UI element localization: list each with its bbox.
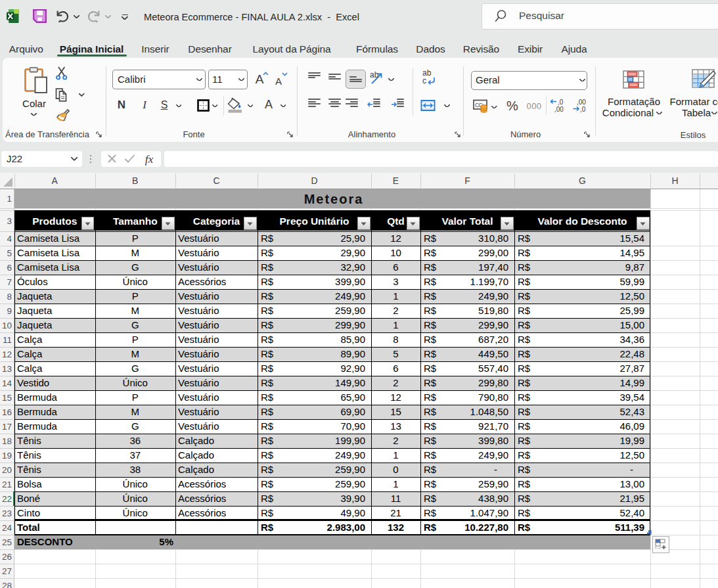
svg-text:c: c <box>422 76 426 85</box>
svg-text:,00: ,00 <box>554 106 564 113</box>
svg-text:,0: ,0 <box>558 99 564 106</box>
svg-text:,00: ,00 <box>577 99 586 106</box>
svg-text:,0: ,0 <box>580 106 586 113</box>
